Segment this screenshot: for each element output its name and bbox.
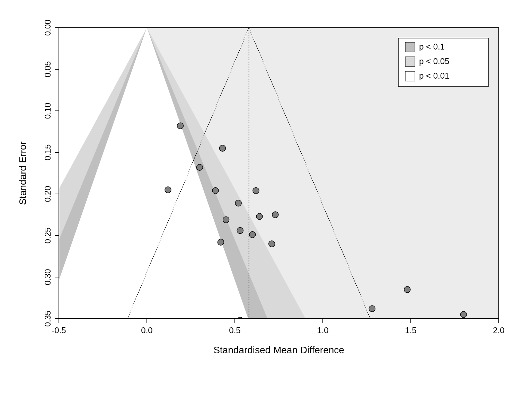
legend-swatch: [405, 71, 415, 81]
data-point: [272, 212, 278, 218]
y-tick-label: 0.15: [43, 144, 52, 161]
data-point: [460, 311, 467, 318]
x-tick-label: 2.0: [493, 326, 504, 335]
data-point: [237, 317, 243, 323]
legend-swatch: [405, 57, 415, 66]
y-axis-label: Standard Error: [17, 141, 28, 205]
data-point: [223, 216, 229, 223]
data-point: [269, 241, 275, 247]
data-point: [196, 164, 203, 170]
data-point: [212, 187, 219, 194]
x-tick-label: 1.5: [405, 326, 416, 335]
y-tick-label: 0.00: [43, 20, 52, 36]
funnel-plot: -0.50.00.51.01.52.00.000.050.100.150.200…: [0, 0, 532, 399]
x-tick-label: 0.5: [229, 326, 240, 335]
x-tick-label: 0.0: [141, 326, 152, 335]
legend-label: p < 0.1: [419, 42, 445, 51]
y-tick-label: 0.30: [43, 269, 52, 285]
data-point: [219, 145, 225, 151]
y-tick-label: 0.10: [43, 103, 52, 119]
data-point: [218, 239, 224, 245]
legend-label: p < 0.01: [419, 71, 449, 80]
chart-svg: -0.50.00.51.01.52.00.000.050.100.150.200…: [0, 0, 532, 399]
y-tick-label: 0.35: [43, 311, 52, 327]
data-point: [165, 187, 171, 193]
data-point: [253, 187, 259, 194]
legend-swatch: [405, 42, 415, 52]
x-axis-label: Standardised Mean Difference: [213, 345, 344, 355]
x-tick-label: 1.0: [317, 326, 328, 335]
data-point: [369, 305, 375, 312]
y-tick-label: 0.05: [43, 61, 52, 78]
x-tick-label: -0.5: [52, 326, 66, 335]
legend-label: p < 0.05: [419, 56, 449, 66]
data-point: [249, 232, 256, 238]
data-point: [235, 200, 241, 206]
data-point: [237, 228, 243, 234]
y-tick-label: 0.25: [43, 228, 52, 244]
data-point: [256, 213, 263, 220]
y-tick-label: 0.20: [43, 186, 52, 202]
data-point: [177, 123, 184, 129]
data-point: [404, 286, 410, 293]
